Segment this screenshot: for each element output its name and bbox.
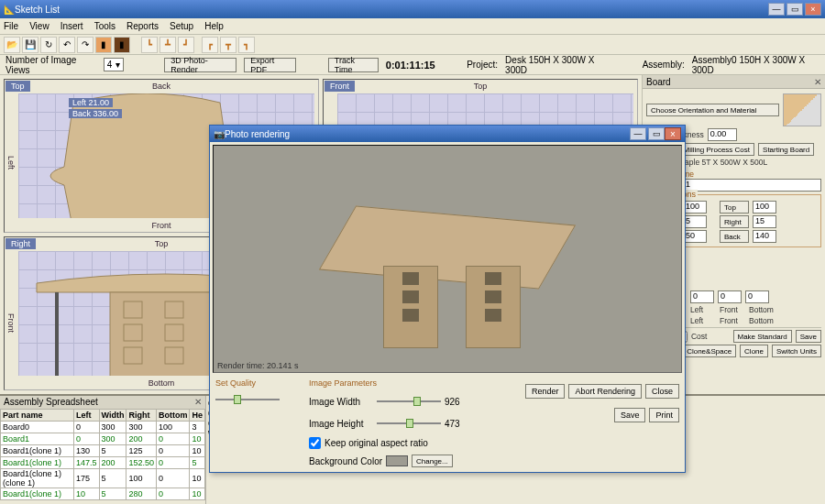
choose-material-button[interactable]: Choose Orientation and Material xyxy=(646,104,779,116)
close-button[interactable]: Close xyxy=(645,384,679,399)
dim-depth-input[interactable]: 50 xyxy=(683,230,707,243)
close-window-button[interactable]: × xyxy=(805,3,821,16)
parts-table[interactable]: Part nameLeftWidthRightBottomHeBoard0030… xyxy=(0,409,205,500)
align-bottom-icon[interactable]: ┓ xyxy=(238,37,255,53)
dim-top-input[interactable]: 100 xyxy=(753,201,776,214)
align-right-icon[interactable]: ┛ xyxy=(178,37,194,53)
panel-close-icon[interactable]: ✕ xyxy=(814,77,821,87)
dim-width-input[interactable]: 5 xyxy=(683,215,707,228)
dim-right-button[interactable]: Right xyxy=(720,215,749,228)
table-row[interactable]: Board1(clone 1)(clone 1)1755100010 xyxy=(1,469,205,488)
dim-right-input[interactable]: 15 xyxy=(753,215,776,228)
project-value: Desk 150H X 300W X 300D xyxy=(505,55,610,75)
table-row[interactable]: Board1(clone 1)147.5200152.5005 xyxy=(1,457,205,469)
camera-icon: 📷 xyxy=(214,129,225,139)
menu-insert[interactable]: Insert xyxy=(60,21,83,31)
board-icon[interactable]: ▮ xyxy=(95,37,112,53)
quality-slider[interactable] xyxy=(215,399,280,400)
save-render-button[interactable]: Save xyxy=(614,408,646,422)
dim-back-input[interactable]: 140 xyxy=(753,230,776,243)
menu-view[interactable]: View xyxy=(29,21,50,31)
save-icon[interactable]: 💾 xyxy=(22,37,38,53)
print-button[interactable]: Print xyxy=(649,408,679,422)
minimize-button[interactable]: — xyxy=(768,3,785,16)
clone-button[interactable]: Clone xyxy=(740,345,768,357)
views-select[interactable]: 4▾ xyxy=(104,58,125,71)
height-slider[interactable] xyxy=(377,422,441,424)
table-row[interactable]: Board003003001003 xyxy=(1,422,205,433)
timer-value: 0:01:11:15 xyxy=(386,60,435,71)
align-mid-icon[interactable]: ┳ xyxy=(220,37,236,53)
aspect-checkbox[interactable] xyxy=(309,437,321,449)
project-label: Project: xyxy=(467,60,498,70)
change-bg-button[interactable]: Change... xyxy=(412,455,453,467)
chevron-down-icon: ▾ xyxy=(116,60,120,70)
align-top-icon[interactable]: ┏ xyxy=(202,37,218,53)
pivot-bottom[interactable]: 0 xyxy=(745,290,769,303)
refresh-icon[interactable]: ↻ xyxy=(40,37,57,53)
window-titlebar: 📐 Sketch List — ▭ × xyxy=(0,0,825,18)
width-slider[interactable] xyxy=(377,400,441,402)
spreadsheet-close-icon[interactable]: ✕ xyxy=(194,397,202,408)
redo-icon[interactable]: ↷ xyxy=(77,37,94,53)
abort-button[interactable]: Abort Rendering xyxy=(568,384,642,399)
dialog-title: Photo rendering xyxy=(225,129,628,139)
bgcolor-swatch xyxy=(386,455,408,466)
table-row[interactable]: Board1(clone 1)1305125010 xyxy=(1,445,205,457)
rendered-desk xyxy=(337,215,557,279)
exportpdf-button[interactable]: Export PDF xyxy=(244,58,296,72)
save-board-button[interactable]: Save xyxy=(796,330,821,343)
align-left-icon[interactable]: ┗ xyxy=(141,37,158,53)
make-standard-button[interactable]: Make Standard xyxy=(733,330,792,343)
dim-top-button[interactable]: Top xyxy=(720,201,749,214)
assembly-label: Assembly: xyxy=(643,60,685,70)
photorender-button[interactable]: 3D Photo-Render xyxy=(164,58,236,72)
toolbar: 📂 💾 ↻ ↶ ↷ ▮ ▮ ┗ ┻ ┛ ┏ ┳ ┓ xyxy=(0,35,825,55)
spreadsheet-title: Assembly Spreadsheet xyxy=(4,397,98,408)
assembly-value: Assembly0 150H X 300W X 300D xyxy=(692,55,820,75)
render-button[interactable]: Render xyxy=(525,384,566,399)
menu-reports[interactable]: Reports xyxy=(126,21,159,31)
tracktime-button[interactable]: Track Time xyxy=(328,58,379,72)
menu-tools[interactable]: Tools xyxy=(94,21,116,31)
svg-rect-0 xyxy=(55,292,59,376)
dialog-min-button[interactable]: — xyxy=(630,127,646,140)
switchunits-button[interactable]: Switch Units xyxy=(772,345,821,357)
pivot-left[interactable]: 0 xyxy=(690,290,714,303)
options-bar: Number of Image Views 4▾ 3D Photo-Render… xyxy=(0,55,825,75)
dialog-close-button[interactable]: × xyxy=(665,127,681,140)
table-row[interactable]: Board1(clone 1)105280010 xyxy=(1,488,205,500)
pivot-front[interactable]: 0 xyxy=(718,290,742,303)
door-icon[interactable]: ▮ xyxy=(114,37,130,53)
clonespace-button[interactable]: Clone&Space xyxy=(682,345,736,357)
dim-height-input[interactable]: 100 xyxy=(683,201,707,214)
thickness-input[interactable]: 0.00 xyxy=(708,128,737,141)
board-head: Board xyxy=(646,77,671,87)
undo-icon[interactable]: ↶ xyxy=(59,37,75,53)
table-row[interactable]: Board10300200010 xyxy=(1,433,205,445)
photo-rendering-dialog: 📷 Photo rendering — ▭ × Render time: 20.… xyxy=(209,125,686,473)
menu-file[interactable]: File xyxy=(4,21,18,31)
menu-setup[interactable]: Setup xyxy=(170,21,193,31)
render-time-text: Render time: 20.141 s xyxy=(217,361,299,370)
starting-board-button[interactable]: Starting Board xyxy=(758,143,814,156)
align-center-icon[interactable]: ┻ xyxy=(160,37,176,53)
views-label: Number of Image Views xyxy=(6,55,96,75)
maximize-button[interactable]: ▭ xyxy=(786,3,803,16)
open-icon[interactable]: 📂 xyxy=(4,37,20,53)
menu-help[interactable]: Help xyxy=(204,21,224,31)
window-title: Sketch List xyxy=(15,5,766,15)
menubar: File View Insert Tools Reports Setup Hel… xyxy=(0,18,825,35)
render-viewport[interactable]: Render time: 20.141 s xyxy=(213,145,682,373)
app-icon: 📐 xyxy=(4,5,15,15)
material-preview xyxy=(783,93,821,126)
dim-back-button[interactable]: Back xyxy=(720,230,749,243)
dialog-max-button[interactable]: ▭ xyxy=(648,127,665,140)
